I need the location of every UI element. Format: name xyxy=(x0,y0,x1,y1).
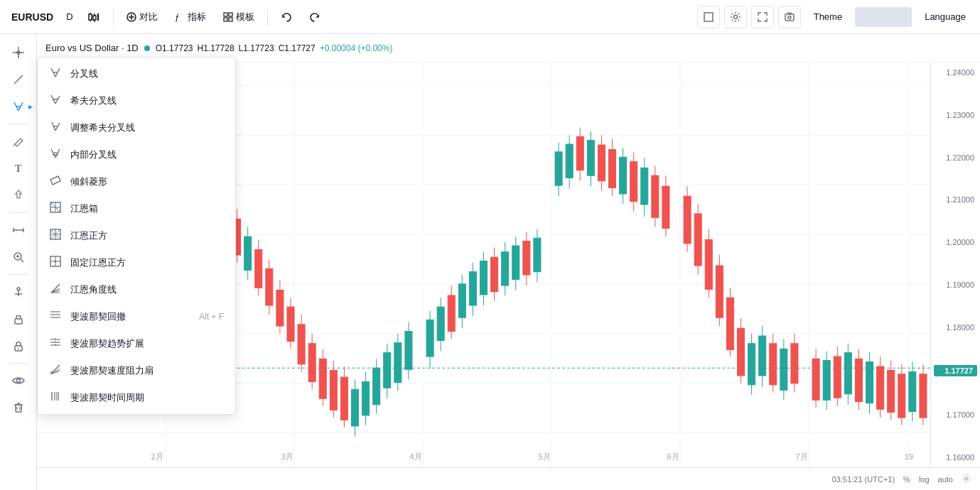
menu-item-fib-speed[interactable]: 斐波那契速度阻力扇 xyxy=(38,357,235,384)
measure-tool[interactable] xyxy=(6,217,31,243)
svg-rect-17 xyxy=(785,14,794,21)
sidebar-sep-3 xyxy=(9,274,28,275)
fork-tool[interactable]: ▶ xyxy=(6,94,31,119)
auto-toggle[interactable]: auto xyxy=(938,475,953,484)
svg-rect-181 xyxy=(448,295,455,332)
svg-rect-187 xyxy=(480,261,487,295)
theme-button[interactable]: Theme xyxy=(805,8,851,26)
menu-item-gann-box[interactable]: 江恩箱 xyxy=(38,195,235,222)
svg-rect-237 xyxy=(770,344,777,385)
svg-rect-259 xyxy=(898,374,905,418)
lock-unlocked-tool[interactable] xyxy=(6,306,31,332)
svg-rect-245 xyxy=(823,360,830,400)
menu-item-tilted-parallelogram[interactable]: 倾斜菱形 xyxy=(38,168,235,195)
menu-item-fib-retracement[interactable]: 斐波那契回撤 Alt + F xyxy=(38,303,235,330)
menu-item-fork-lines[interactable]: 分叉线 xyxy=(38,60,235,87)
pencil-tool[interactable] xyxy=(6,129,31,154)
svg-rect-189 xyxy=(491,257,498,291)
lock-locked-tool[interactable] xyxy=(6,333,31,359)
sidebar-sep-4 xyxy=(9,363,28,364)
svg-rect-243 xyxy=(812,359,819,400)
svg-rect-261 xyxy=(909,372,916,412)
fullscreen-button[interactable] xyxy=(751,6,774,28)
user-avatar[interactable] xyxy=(855,7,912,27)
interval-label[interactable]: D xyxy=(62,9,77,25)
tilted-parallelogram-label: 倾斜菱形 xyxy=(70,175,107,188)
svg-text:7月: 7月 xyxy=(796,452,808,461)
svg-rect-163 xyxy=(340,377,348,420)
indicators-label: 指标 xyxy=(188,11,206,23)
anchor-tool[interactable] xyxy=(6,279,31,305)
menu-item-gann-angles[interactable]: 江恩角度线 xyxy=(38,276,235,303)
svg-rect-203 xyxy=(576,136,583,170)
trash-tool[interactable] xyxy=(6,395,31,420)
gann-square-icon xyxy=(49,228,63,244)
menu-item-modified-schiff[interactable]: 调整希夫分叉线 xyxy=(38,114,235,141)
fib-extension-icon xyxy=(49,336,63,352)
svg-rect-195 xyxy=(523,241,530,275)
language-button[interactable]: Language xyxy=(916,8,974,26)
price-label-1.21: 1.21000 xyxy=(934,195,977,204)
menu-item-fib-extension[interactable]: 斐波那契趋势扩展 xyxy=(38,330,235,357)
top-toolbar: EURUSD D 对比 ƒ 指标 模板 xyxy=(0,0,980,34)
chart-type-button[interactable] xyxy=(80,7,107,27)
svg-rect-249 xyxy=(844,353,851,394)
chart-ohlc: O1.17723 H1.17728 L1.17723 C1.17727 +0.0… xyxy=(156,43,393,53)
patterns-tool[interactable] xyxy=(6,183,31,208)
language-label: Language xyxy=(925,11,966,22)
crosshair-tool[interactable] xyxy=(6,40,31,65)
screenshot-button[interactable] xyxy=(778,6,801,28)
fib-time-label: 斐波那契时间周期 xyxy=(70,391,144,404)
undo-button[interactable] xyxy=(274,8,299,26)
menu-item-gann-fixed-square[interactable]: 固定江恩正方 xyxy=(38,249,235,276)
ohlc-o: O1.17723 xyxy=(156,43,193,53)
svg-rect-149 xyxy=(266,268,273,305)
chart-symbol-name: Euro vs US Dollar · 1D xyxy=(45,43,139,53)
symbol-label[interactable]: EURUSD xyxy=(6,9,59,26)
svg-rect-185 xyxy=(469,272,476,305)
menu-item-schiff-fork[interactable]: 希夫分叉线 xyxy=(38,87,235,114)
tilted-parallelogram-icon xyxy=(49,174,63,190)
chart-settings-icon[interactable] xyxy=(962,474,971,485)
line-tool[interactable] xyxy=(6,67,31,92)
svg-text:ƒ: ƒ xyxy=(175,13,180,22)
svg-rect-255 xyxy=(877,366,884,409)
redo-button[interactable] xyxy=(302,8,328,26)
svg-rect-3 xyxy=(93,16,96,20)
svg-rect-157 xyxy=(308,344,316,382)
svg-rect-229 xyxy=(726,298,733,349)
templates-label: 模板 xyxy=(236,11,254,23)
menu-item-inner-fork[interactable]: 内部分叉线 xyxy=(38,141,235,168)
menu-item-fib-time[interactable]: 斐波那契时间周期 xyxy=(38,384,235,411)
sidebar-sep-2 xyxy=(9,212,28,213)
percent-toggle[interactable]: % xyxy=(903,475,910,484)
sidebar-sep-1 xyxy=(9,124,28,124)
svg-rect-263 xyxy=(920,374,927,418)
fork-lines-label: 分叉线 xyxy=(70,67,98,80)
price-label-1.17: 1.17000 xyxy=(934,410,977,419)
gann-box-label: 江恩箱 xyxy=(70,202,98,215)
menu-item-gann-square[interactable]: 江恩正方 xyxy=(38,222,235,249)
eye-tool[interactable] xyxy=(6,368,31,393)
compare-button[interactable]: 对比 xyxy=(119,7,165,27)
modified-schiff-label: 调整希夫分叉线 xyxy=(70,121,135,134)
svg-rect-193 xyxy=(512,246,519,279)
zoom-tool[interactable] xyxy=(6,244,31,270)
price-label-1.22: 1.22000 xyxy=(934,153,977,162)
svg-rect-205 xyxy=(587,141,594,175)
indicators-button[interactable]: ƒ 指标 xyxy=(168,7,213,27)
bottom-right: 03:51:21 (UTC+1) % log auto xyxy=(832,474,971,485)
svg-rect-153 xyxy=(287,307,294,341)
svg-line-57 xyxy=(55,149,60,158)
svg-rect-257 xyxy=(888,370,895,412)
svg-line-32 xyxy=(21,259,23,262)
log-toggle[interactable]: log xyxy=(919,475,930,484)
templates-button[interactable]: 模板 xyxy=(216,7,262,27)
settings-button[interactable] xyxy=(724,6,747,28)
svg-rect-165 xyxy=(351,389,358,426)
rectangle-tool-button[interactable] xyxy=(697,6,720,28)
svg-rect-225 xyxy=(705,240,712,290)
svg-rect-223 xyxy=(694,214,701,266)
text-tool[interactable]: T xyxy=(6,156,31,181)
dropdown-menu: 分叉线 希夫分叉线 调整希夫分叉线 内部分叉线 xyxy=(37,57,236,415)
